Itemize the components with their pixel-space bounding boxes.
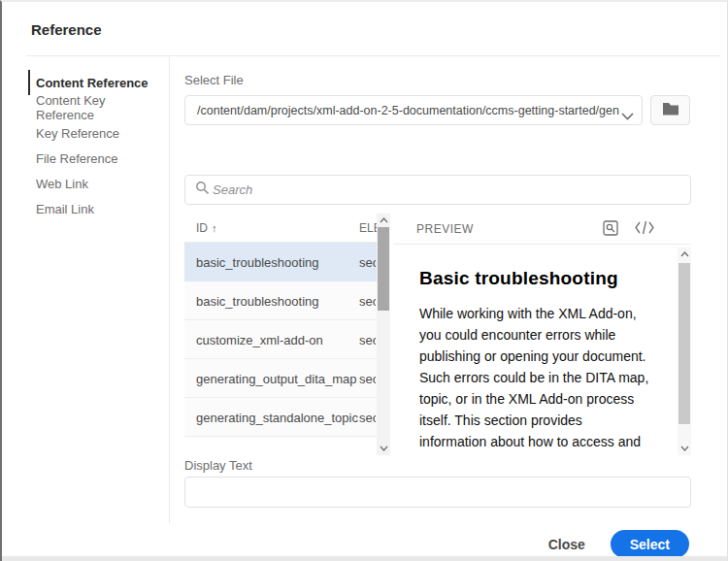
row-id: generating_output_dita_map: [196, 372, 357, 386]
sort-ascending-icon: ↑: [212, 222, 217, 234]
reference-type-nav: Content Reference Content Key Reference …: [28, 70, 164, 221]
row-id: customize_xml-add-on: [196, 333, 323, 347]
row-element: sec: [359, 372, 376, 386]
table-row[interactable]: basic_troubleshooting sec: [184, 281, 390, 320]
preview-content: Basic troubleshooting While working with…: [393, 245, 691, 455]
table-row[interactable]: customize_xml-add-on sec: [184, 320, 390, 359]
row-element: sec: [359, 294, 376, 309]
topic-list-header: ID↑ ELEMENT: [184, 214, 390, 243]
browse-files-button[interactable]: [650, 95, 690, 125]
preview-scrollbar[interactable]: [678, 248, 691, 455]
close-button[interactable]: Close: [548, 537, 585, 552]
sidebar-item-content-key-reference[interactable]: Content Key Reference: [28, 95, 164, 120]
row-element: sec: [359, 255, 376, 270]
search-icon: [195, 181, 210, 199]
sidebar-item-file-reference[interactable]: File Reference: [28, 146, 164, 171]
sidebar-divider: [169, 56, 170, 523]
row-element: sec: [359, 333, 376, 347]
row-id: generating_standalone_topic: [196, 411, 358, 425]
column-header-id[interactable]: ID↑: [196, 221, 217, 235]
file-path-value: /content/dam/projects/xml-add-on-2-5-doc…: [185, 104, 642, 117]
reference-dialog: Reference Content Reference Content Key …: [0, 0, 728, 561]
sidebar-item-content-reference[interactable]: Content Reference: [28, 70, 164, 95]
table-row[interactable]: generating_standalone_topic sec: [184, 398, 390, 437]
dialog-bottom-edge: [2, 556, 727, 561]
table-row[interactable]: generating_output_dita_map sec: [184, 359, 390, 398]
dialog-title: Reference: [31, 21, 102, 38]
row-id: basic_troubleshooting: [196, 255, 318, 270]
search-field: [184, 175, 691, 205]
scroll-up-icon[interactable]: [377, 214, 390, 227]
scroll-up-icon[interactable]: [678, 248, 691, 261]
row-id: basic_troubleshooting: [196, 294, 318, 309]
preview-title: PREVIEW: [416, 222, 474, 236]
topic-list: ID↑ ELEMENT basic_troubleshooting sec ba…: [184, 214, 390, 455]
preview-header: PREVIEW: [393, 214, 691, 245]
scroll-down-icon[interactable]: [678, 442, 691, 455]
folder-icon: [662, 102, 679, 119]
chevron-down-icon: [619, 107, 634, 124]
row-element: sec: [359, 411, 376, 425]
select-file-label: Select File: [184, 73, 244, 87]
preview-zoom-icon[interactable]: [603, 220, 619, 241]
scrollbar-thumb[interactable]: [678, 263, 690, 424]
preview-paragraph: While working with the XML Add-on, you c…: [419, 303, 650, 455]
scrollbar-thumb[interactable]: [378, 227, 389, 311]
scroll-down-icon[interactable]: [377, 442, 390, 455]
column-header-element[interactable]: ELEMENT: [359, 221, 378, 235]
display-text-label: Display Text: [184, 458, 252, 473]
code-view-icon[interactable]: [635, 220, 654, 241]
file-path-dropdown[interactable]: /content/dam/projects/xml-add-on-2-5-doc…: [184, 95, 643, 125]
sidebar-item-key-reference[interactable]: Key Reference: [28, 120, 164, 146]
sidebar-item-web-link[interactable]: Web Link: [28, 171, 164, 196]
table-row[interactable]: basic_troubleshooting sec: [184, 243, 390, 281]
display-text-input[interactable]: [184, 477, 691, 508]
preview-heading: Basic troubleshooting: [419, 268, 650, 289]
title-divider: [26, 55, 719, 56]
sidebar-item-email-link[interactable]: Email Link: [28, 196, 164, 221]
dialog-footer: Close Select: [548, 530, 689, 558]
select-button[interactable]: Select: [611, 530, 689, 558]
search-input[interactable]: [213, 182, 690, 197]
topic-list-scrollbar[interactable]: [377, 214, 390, 455]
preview-panel: PREVIEW Basic troubleshooting While work…: [393, 214, 691, 455]
